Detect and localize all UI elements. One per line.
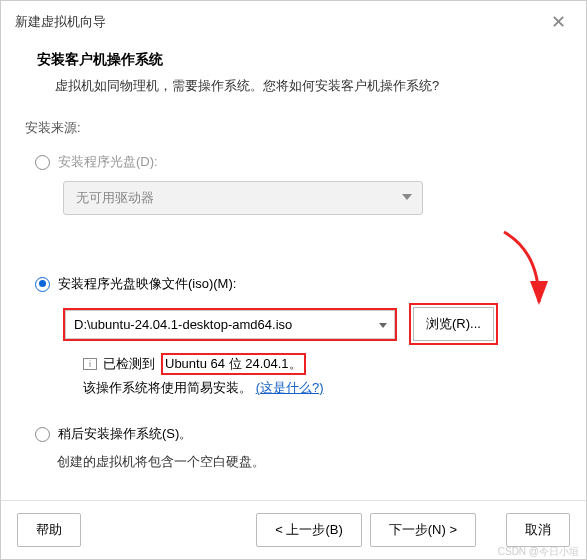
titlebar: 新建虚拟机向导 ✕ xyxy=(1,1,586,43)
help-button[interactable]: 帮助 xyxy=(17,513,81,547)
dialog-title: 新建虚拟机向导 xyxy=(15,13,106,31)
info-icon: i xyxy=(83,358,97,370)
radio-disc-row[interactable]: 安装程序光盘(D): xyxy=(35,153,562,171)
radio-later-label: 稍后安装操作系统(S)。 xyxy=(58,425,192,443)
detected-row: i 已检测到 Ubuntu 64 位 24.04.1。 xyxy=(83,353,562,375)
back-button[interactable]: < 上一步(B) xyxy=(256,513,362,547)
header: 安装客户机操作系统 虚拟机如同物理机，需要操作系统。您将如何安装客户机操作系统? xyxy=(1,43,586,109)
radio-iso-label: 安装程序光盘映像文件(iso)(M): xyxy=(58,275,236,293)
detected-prefix: 已检测到 xyxy=(103,355,155,373)
next-button[interactable]: 下一步(N) > xyxy=(370,513,476,547)
radio-disc[interactable] xyxy=(35,155,50,170)
easy-install-text: 该操作系统将使用简易安装。 xyxy=(83,380,252,395)
source-label: 安装来源: xyxy=(25,119,562,137)
disc-dropdown[interactable]: 无可用驱动器 xyxy=(63,181,423,215)
iso-path-input[interactable] xyxy=(65,310,395,339)
radio-iso[interactable] xyxy=(35,277,50,292)
easy-install-row: 该操作系统将使用简易安装。 (这是什么?) xyxy=(83,379,562,397)
radio-disc-label: 安装程序光盘(D): xyxy=(58,153,158,171)
watermark: CSDN @今日小垣 xyxy=(498,545,579,559)
wizard-dialog: 新建虚拟机向导 ✕ 安装客户机操作系统 虚拟机如同物理机，需要操作系统。您将如何… xyxy=(0,0,587,560)
close-icon[interactable]: ✕ xyxy=(545,11,572,33)
later-note: 创建的虚拟机将包含一个空白硬盘。 xyxy=(57,453,562,471)
detected-os: Ubuntu 64 位 24.04.1。 xyxy=(161,353,306,375)
header-title: 安装客户机操作系统 xyxy=(37,51,550,69)
cancel-button[interactable]: 取消 xyxy=(506,513,570,547)
header-subtitle: 虚拟机如同物理机，需要操作系统。您将如何安装客户机操作系统? xyxy=(37,77,550,95)
radio-later-row[interactable]: 稍后安装操作系统(S)。 xyxy=(35,425,562,443)
body: 安装来源: 安装程序光盘(D): 无可用驱动器 安装程序光盘映像文件(iso)(… xyxy=(1,109,586,500)
annotation-arrow xyxy=(444,227,564,317)
what-is-link[interactable]: (这是什么?) xyxy=(256,380,324,395)
radio-later[interactable] xyxy=(35,427,50,442)
